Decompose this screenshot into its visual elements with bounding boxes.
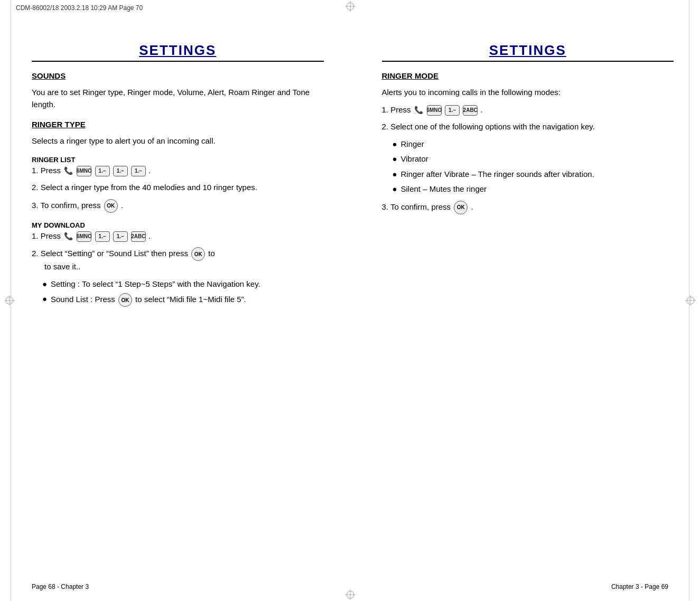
- my-download-step2: 2. Select “Setting” or “Sound List” then…: [32, 247, 324, 273]
- ringer-type-desc: Selects a ringer type to alert you of an…: [32, 135, 324, 147]
- ringer-list-step1: 1. Press 📞 6MNO 1.– 1.– 1.– .: [32, 165, 324, 177]
- ringer-mode-step3: 3. To confirm, press OK .: [382, 201, 674, 214]
- one-key-1a: 1.–: [95, 166, 110, 176]
- bullet-ringer-after-vibrate: Ringer after Vibrate – The ringer sounds…: [393, 168, 674, 181]
- one-key-3a: 1.–: [445, 105, 460, 116]
- my-download-step1: 1. Press 📞 6MNO 1.– 1.– 2ABC .: [32, 230, 324, 242]
- bullet-ringer: Ringer: [393, 138, 674, 151]
- six-key-1: 6MNO: [77, 166, 91, 176]
- one-key-1b: 1.–: [113, 166, 128, 176]
- left-column: SETTINGS SOUNDS You are to set Ringer ty…: [0, 0, 350, 601]
- six-key-2: 6MNO: [77, 231, 91, 242]
- one-key-1c: 1.–: [131, 166, 146, 176]
- phone-key-2: 📞: [64, 232, 73, 240]
- ringer-list-step3: 3. To confirm, press OK .: [32, 199, 324, 213]
- six-key-3: 6MNO: [427, 105, 442, 116]
- phone-key-1: 📞: [64, 166, 73, 175]
- bullet-silent: Silent – Mutes the ringer: [393, 183, 674, 195]
- one-key-2b: 1.–: [113, 231, 128, 242]
- ok-key-1: OK: [104, 199, 118, 213]
- ok-key-3: OK: [118, 293, 132, 307]
- sounds-intro: You are to set Ringer type, Ringer mode,…: [32, 87, 324, 110]
- left-title: SETTINGS: [32, 42, 324, 59]
- bullet-setting: Setting : To select “1 Step~5 Steps” wit…: [42, 278, 324, 290]
- my-download-subheading: MY DOWNLOAD: [32, 221, 324, 229]
- bullet-sound-list: Sound List : Press OK to select “Midi fi…: [42, 293, 324, 307]
- sounds-heading: SOUNDS: [32, 71, 324, 80]
- ringer-type-heading: RINGER TYPE: [32, 120, 324, 129]
- ok-key-4: OK: [454, 201, 468, 214]
- one-key-2a: 1.–: [95, 231, 110, 242]
- two-key-1: 2ABC: [131, 231, 146, 242]
- phone-key-3: 📞: [414, 106, 423, 114]
- footer-left: Page 68 - Chapter 3: [32, 583, 89, 590]
- two-key-2: 2ABC: [463, 105, 478, 116]
- right-column: SETTINGS RINGER MODE Alerts you to incom…: [350, 0, 701, 601]
- my-download-bullets: Setting : To select “1 Step~5 Steps” wit…: [32, 278, 324, 307]
- bullet-vibrator: Vibrator: [393, 153, 674, 165]
- ringer-mode-heading: RINGER MODE: [382, 71, 674, 80]
- ringer-list-step2: 2. Select a ringer type from the 40 melo…: [32, 182, 324, 194]
- ok-key-2: OK: [191, 247, 205, 261]
- footer-right: Chapter 3 - Page 69: [611, 583, 668, 590]
- to-word: to: [208, 249, 215, 258]
- ringer-mode-step1: 1. Press 📞 6MNO 1.– 2ABC .: [382, 104, 674, 116]
- right-title: SETTINGS: [382, 42, 674, 59]
- ringer-list-subheading: RINGER LIST: [32, 156, 324, 164]
- ringer-mode-bullets: Ringer Vibrator Ringer after Vibrate – T…: [382, 138, 674, 195]
- ringer-mode-step2: 2. Select one of the following options w…: [382, 121, 674, 133]
- ringer-mode-desc: Alerts you to incoming calls in the foll…: [382, 87, 674, 99]
